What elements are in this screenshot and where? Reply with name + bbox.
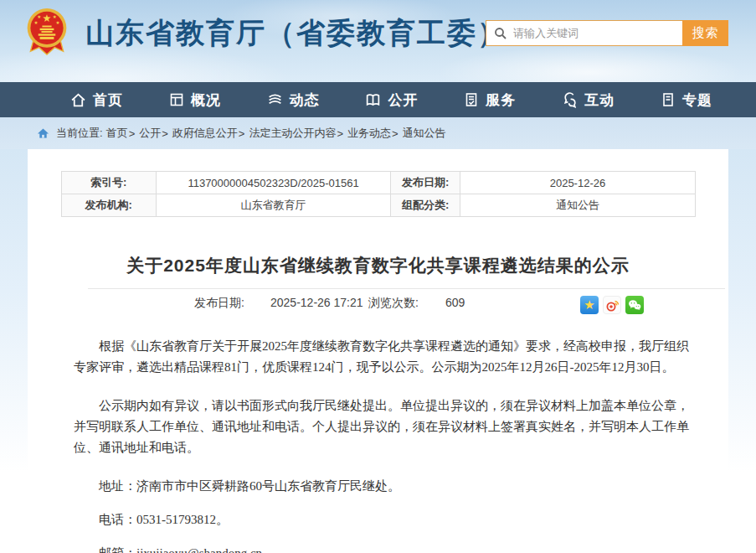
index-number-label: 索引号: [61, 172, 157, 194]
breadcrumb-item-business[interactable]: 业务动态 [347, 126, 391, 141]
search-button[interactable]: 搜索 [682, 20, 728, 46]
address-line: 地址：济南市市中区舜耕路60号山东省教育厅民继处。 [74, 476, 693, 497]
article-title: 关于2025年度山东省继续教育数字化共享课程遴选结果的公示 [28, 254, 728, 277]
news-icon [267, 92, 283, 108]
breadcrumb-home-icon [37, 127, 49, 139]
svg-text:★: ★ [33, 20, 38, 25]
breadcrumb-separator: > [129, 127, 136, 140]
nav-item-home[interactable]: 首页 [70, 90, 123, 110]
svg-text:★: ★ [56, 20, 60, 25]
article-meta: 发布日期: 2025-12-26 17:21 浏览次数: 609 ★ [28, 296, 728, 318]
nav-item-label: 动态 [290, 90, 320, 110]
breadcrumb: 当前位置: 首页> 公开> 政府信息公开> 法定主动公开内容> 业务动态> 通知… [0, 117, 756, 149]
nav-item-label: 概况 [191, 90, 221, 110]
breadcrumb-prefix: 当前位置: [56, 126, 103, 141]
meta-publish-date-value: 2025-12-26 17:21 [270, 296, 363, 309]
disclosure-icon [365, 92, 381, 108]
breadcrumb-separator: > [162, 127, 168, 140]
nav-item-label: 专题 [682, 90, 712, 110]
breadcrumb-item-statutory[interactable]: 法定主动公开内容 [249, 126, 336, 141]
nav-item-label: 服务 [486, 90, 516, 110]
nav-item-disclosure[interactable]: 公开 [365, 90, 418, 110]
table-row: 索引号: 11370000004502323D/2025-01561 发布日期:… [61, 172, 695, 194]
nav-item-topics[interactable]: 专题 [661, 90, 712, 110]
breadcrumb-separator: > [392, 127, 399, 140]
nav-item-label: 首页 [93, 90, 123, 110]
search-bar: 搜索 [486, 20, 728, 46]
meta-views-label: 浏览次数: [368, 296, 419, 311]
divider [88, 288, 725, 289]
paragraph: 公示期内如有异议，请以书面形式向我厅民继处提出。单位提出异议的，须在异议材料上加… [74, 395, 693, 458]
main-nav: 首页 概况 动态 公开 服务 互动 [0, 82, 756, 117]
qzone-share-icon[interactable]: ★ [580, 296, 599, 314]
topics-icon [661, 92, 676, 107]
nav-item-news[interactable]: 动态 [267, 90, 320, 110]
article-body: 根据《山东省教育厅关于开展2025年度继续教育数字化共享课程遴选的通知》要求，经… [28, 336, 728, 553]
svg-text:★: ★ [53, 14, 57, 19]
category-label: 组配分类: [391, 194, 460, 217]
breadcrumb-separator: > [337, 127, 343, 140]
search-input-wrap [486, 20, 682, 46]
issuing-agency-label: 发布机构: [61, 194, 157, 217]
search-icon [494, 27, 507, 40]
search-input[interactable] [486, 21, 682, 45]
page: ★ ★ ★ ★ ★ 山东省教育厅（省委教育工委） 搜索 [0, 0, 756, 553]
service-icon [464, 92, 479, 107]
breadcrumb-item-gov-info[interactable]: 政府信息公开 [172, 126, 238, 141]
national-emblem-icon: ★ ★ ★ ★ ★ [23, 7, 70, 57]
home-icon [70, 92, 86, 108]
category-value: 通知公告 [460, 194, 695, 217]
nav-item-label: 互动 [584, 90, 615, 110]
document-info-table: 索引号: 11370000004502323D/2025-01561 发布日期:… [61, 171, 696, 217]
svg-text:★: ★ [43, 13, 52, 24]
nav-item-overview[interactable]: 概况 [169, 90, 221, 110]
nav-item-interaction[interactable]: 互动 [562, 90, 615, 110]
publish-date-value: 2025-12-26 [460, 172, 695, 194]
meta-views-value: 609 [445, 296, 465, 309]
paragraph: 根据《山东省教育厅关于开展2025年度继续教育数字化共享课程遴选的通知》要求，经… [74, 336, 693, 378]
nav-item-service[interactable]: 服务 [464, 90, 516, 110]
breadcrumb-separator: > [239, 127, 245, 140]
site-title: 山东省教育厅（省委教育工委） [85, 14, 507, 53]
index-number-value: 11370000004502323D/2025-01561 [157, 172, 391, 194]
breadcrumb-item-notices[interactable]: 通知公告 [403, 126, 446, 141]
main-area: 索引号: 11370000004502323D/2025-01561 发布日期:… [0, 149, 756, 553]
breadcrumb-item-disclosure[interactable]: 公开 [139, 126, 161, 141]
site-header: ★ ★ ★ ★ ★ 山东省教育厅（省委教育工委） 搜索 [0, 0, 756, 82]
breadcrumb-item-home[interactable]: 首页 [106, 126, 128, 141]
svg-text:★: ★ [37, 14, 41, 19]
share-buttons: ★ [580, 296, 644, 314]
content-panel: 索引号: 11370000004502323D/2025-01561 发布日期:… [28, 149, 728, 553]
email-line: 邮箱：jixujiaoyu@shandong.cn。 [74, 543, 693, 553]
issuing-agency-value: 山东省教育厅 [157, 194, 391, 217]
site-logo-link[interactable]: ★ ★ ★ ★ ★ 山东省教育厅（省委教育工委） [23, 7, 507, 57]
publish-date-label: 发布日期: [391, 172, 460, 194]
phone-line: 电话：0531-51793812。 [74, 509, 693, 530]
wechat-share-icon[interactable] [625, 296, 644, 314]
overview-icon [169, 92, 184, 107]
nav-item-label: 公开 [388, 90, 418, 110]
interaction-icon [562, 92, 578, 108]
meta-publish-date-label: 发布日期: [194, 296, 244, 311]
table-row: 发布机构: 山东省教育厅 组配分类: 通知公告 [61, 194, 695, 217]
weibo-share-icon[interactable] [603, 296, 621, 314]
